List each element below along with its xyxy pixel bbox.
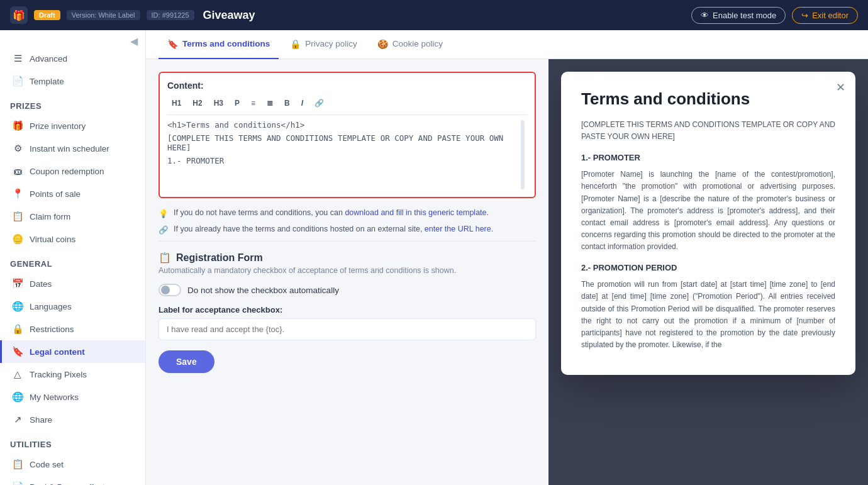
content-editor-box: Content: H1 H2 H3 P ≡ ≣ B I 🔗 < (159, 72, 536, 198)
toggle-knob (161, 286, 170, 294)
sidebar-item-points-of-sale[interactable]: 📍 Points of sale (0, 182, 145, 205)
preview-section1-body: [Promoter Name] is launching the [name o… (581, 169, 835, 253)
preview-placeholder: [COMPLETE THIS TERMS AND CONDITIONS TEMP… (581, 119, 835, 143)
content-area: Content: H1 H2 H3 P ≡ ≣ B I 🔗 < (146, 59, 868, 485)
editor-wrapper: <h1>Terms and conditions</h1> [COMPLETE … (167, 120, 527, 189)
template-icon: 📄 (12, 75, 23, 87)
cookie-tab-icon: 🍪 (377, 39, 388, 49)
legal-icon: 🔖 (12, 346, 23, 357)
eye-icon: 👁 (701, 11, 709, 20)
registration-form-desc: Automatically a mandatory checkbox of ac… (159, 266, 536, 275)
sidebar-item-code-set[interactable]: 📋 Code set (0, 453, 145, 476)
editor-body[interactable]: <h1>Terms and conditions</h1> [COMPLETE … (167, 120, 527, 189)
scheduler-icon: ⚙ (12, 143, 23, 154)
sidebar-item-share[interactable]: ↗ Share (0, 408, 145, 431)
acceptance-input[interactable] (159, 318, 536, 340)
sidebar-item-template[interactable]: 📄 Template (0, 70, 145, 92)
preview-section1-title: 1.- PROMOTER (581, 152, 835, 165)
editor-toolbar: H1 H2 H3 P ≡ ≣ B I 🔗 (167, 97, 527, 115)
registration-form-header: 📋 Registration Form (159, 241, 536, 264)
editor-line-2: [COMPLETE THIS TERMS AND CONDITIONS TEMP… (167, 133, 527, 152)
registration-form-section: 📋 Registration Form Automatically a mand… (159, 241, 536, 340)
badge-id: ID: #991225 (147, 10, 194, 20)
calendar-icon: 📅 (12, 278, 23, 289)
save-button[interactable]: Save (159, 350, 214, 373)
toggle-row: Do not show the checkbox automatically (159, 284, 536, 296)
modal-close-button[interactable]: ✕ (836, 81, 845, 94)
prizes-section-title: Prizes (0, 92, 145, 114)
language-icon: 🌐 (12, 301, 23, 312)
app-icon: 🎁 (10, 6, 28, 24)
info-line-url: 🔗 If you already have the terms and cond… (159, 225, 536, 235)
topbar: 🎁 Draft Version: White Label ID: #991225… (0, 0, 868, 30)
sidebar-item-coupon-redemption[interactable]: 🎟 Coupon redemption (0, 160, 145, 182)
topbar-actions: 👁 Enable test mode ↪ Exit editor (691, 7, 858, 24)
badge-draft: Draft (34, 10, 60, 20)
toolbar-ul[interactable]: ≡ (247, 97, 260, 109)
sidebar-item-tracking-pixels[interactable]: △ Tracking Pixels (0, 363, 145, 386)
networks-icon: 🌐 (12, 391, 23, 403)
sidebar-item-virtual-coins[interactable]: 🪙 Virtual coins (0, 228, 145, 250)
toolbar-italic[interactable]: I (297, 97, 308, 109)
toolbar-h2[interactable]: H2 (188, 97, 206, 109)
sidebar-item-peel-promo[interactable]: 📄 Peel & Promo effect (0, 476, 145, 485)
download-template-link[interactable]: download and fill in this generic templa… (345, 208, 489, 217)
general-section-title: General (0, 250, 145, 272)
editor-scrollbar[interactable] (521, 120, 525, 189)
exit-editor-button[interactable]: ↪ Exit editor (792, 7, 858, 24)
privacy-tab-icon: 🔒 (290, 39, 301, 49)
sidebar-item-legal-content[interactable]: 🔖 Legal content (0, 340, 145, 363)
toolbar-link[interactable]: 🔗 (310, 97, 328, 109)
modal-title: Terms and conditions (581, 89, 835, 109)
page-title: Giveaway (203, 9, 255, 22)
exit-icon: ↪ (801, 11, 808, 20)
enter-url-link[interactable]: enter the URL here. (425, 225, 493, 233)
badge-version: Version: White Label (67, 10, 140, 20)
editor-line-1: <h1>Terms and conditions</h1> (167, 120, 527, 130)
preview-section2-body: The promotion will run from [start date]… (581, 279, 835, 351)
close-icon: ✕ (836, 81, 845, 94)
show-checkbox-toggle[interactable] (159, 284, 181, 296)
content-label: Content: (167, 81, 527, 91)
grid-icon: ☰ (12, 53, 23, 64)
sidebar-item-languages[interactable]: 🌐 Languages (0, 295, 145, 318)
preview-panel: ✕ Terms and conditions [COMPLETE THIS TE… (548, 59, 868, 485)
tab-cookie-policy[interactable]: 🍪 Cookie policy (369, 30, 452, 59)
sidebar-item-instant-win[interactable]: ⚙ Instant win scheduler (0, 137, 145, 160)
sidebar-item-dates[interactable]: 📅 Dates (0, 272, 145, 295)
toolbar-h3[interactable]: H3 (209, 97, 228, 109)
tracking-icon: △ (12, 369, 23, 380)
toolbar-p[interactable]: P (230, 97, 244, 109)
toolbar-bold[interactable]: B (280, 97, 294, 109)
coupon-icon: 🎟 (12, 165, 23, 177)
layout: ◀ ☰ Advanced 📄 Template Prizes 🎁 Prize i… (0, 30, 868, 485)
tab-privacy-policy[interactable]: 🔒 Privacy policy (281, 30, 366, 59)
info-icon-2: 🔗 (159, 225, 169, 235)
sidebar: ◀ ☰ Advanced 📄 Template Prizes 🎁 Prize i… (0, 30, 146, 485)
sidebar-item-advanced[interactable]: ☰ Advanced (0, 47, 145, 70)
tabbar: 🔖 Terms and conditions 🔒 Privacy policy … (146, 30, 868, 59)
acceptance-label: Label for acceptance checkbox: (159, 305, 536, 315)
sidebar-item-my-networks[interactable]: 🌐 My Networks (0, 386, 145, 408)
code-icon: 📋 (12, 459, 23, 470)
toolbar-ol[interactable]: ≣ (262, 97, 277, 109)
main-area: 🔖 Terms and conditions 🔒 Privacy policy … (146, 30, 868, 485)
pos-icon: 📍 (12, 188, 23, 199)
enable-test-mode-button[interactable]: 👁 Enable test mode (691, 7, 786, 24)
peel-icon: 📄 (12, 481, 23, 485)
terms-tab-icon: 🔖 (167, 39, 178, 49)
lock-icon: 🔒 (12, 323, 23, 335)
sidebar-item-prize-inventory[interactable]: 🎁 Prize inventory (0, 114, 145, 137)
editor-line-3: 1.- PROMOTER (167, 156, 527, 165)
sidebar-item-claim-form[interactable]: 📋 Claim form (0, 205, 145, 228)
modal-content: [COMPLETE THIS TERMS AND CONDITIONS TEMP… (581, 119, 835, 357)
sidebar-collapse-button[interactable]: ◀ (130, 35, 138, 47)
tab-terms-and-conditions[interactable]: 🔖 Terms and conditions (159, 30, 279, 59)
utilities-section-title: Utilities (0, 431, 145, 453)
toolbar-h1[interactable]: H1 (167, 97, 186, 109)
left-panel: Content: H1 H2 H3 P ≡ ≣ B I 🔗 < (146, 59, 548, 485)
form-icon: 📋 (12, 211, 23, 222)
share-icon: ↗ (12, 414, 23, 425)
sidebar-item-restrictions[interactable]: 🔒 Restrictions (0, 318, 145, 340)
preview-modal: ✕ Terms and conditions [COMPLETE THIS TE… (561, 72, 855, 375)
